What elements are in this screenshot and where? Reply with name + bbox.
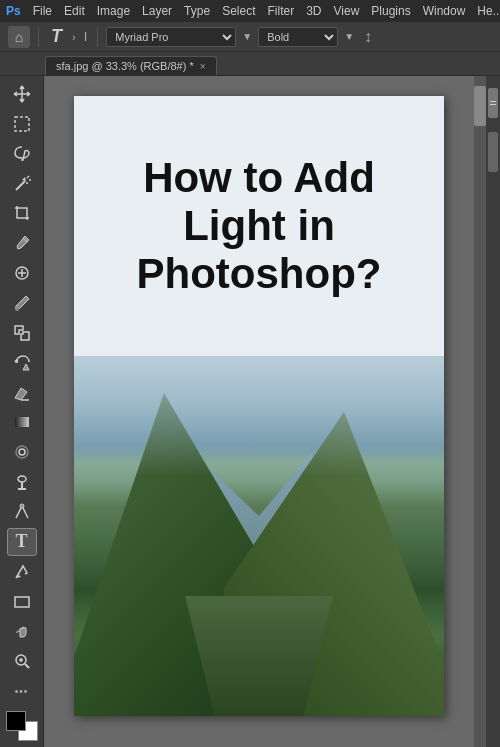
color-selector[interactable] [6,711,38,741]
font-family-select[interactable]: Myriad Pro Arial Helvetica Times New Rom… [106,27,236,47]
menu-image[interactable]: Image [97,4,130,18]
svg-rect-13 [15,417,29,427]
tab-filename: sfa.jpg @ 33.3% (RGB/8#) * [56,60,194,72]
menu-filter[interactable]: Filter [267,4,294,18]
menu-file[interactable]: File [33,4,52,18]
document-tab[interactable]: sfa.jpg @ 33.3% (RGB/8#) * × [45,56,217,75]
panel-collapse-button[interactable] [488,88,498,118]
move-tool[interactable] [7,80,37,108]
rectangular-marquee-tool[interactable] [7,110,37,138]
eyedropper-tool[interactable] [7,229,37,257]
canvas-header-area: How to Add Light in Photoshop? [74,96,444,356]
canvas-area: How to Add Light in Photoshop? [44,76,486,747]
canvas-content: How to Add Light in Photoshop? [74,96,444,716]
rectangle-tool[interactable] [7,588,37,616]
type-tool-icon: T [15,531,27,552]
svg-point-19 [20,504,24,508]
gradient-tool[interactable] [7,408,37,436]
menu-edit[interactable]: Edit [64,4,85,18]
menu-layer[interactable]: Layer [142,4,172,18]
svg-line-1 [16,181,25,190]
magic-wand-tool[interactable] [7,170,37,198]
pen-tool[interactable] [7,498,37,526]
menu-view[interactable]: View [334,4,360,18]
panel-icon-line1 [490,101,496,102]
home-button[interactable]: ⌂ [8,26,30,48]
svg-marker-2 [22,177,26,181]
canvas-title-text: How to Add Light in Photoshop? [117,144,402,309]
title-line2: Light in [183,202,335,249]
menu-3d[interactable]: 3D [306,4,321,18]
scroll-thumb[interactable] [474,86,486,126]
options-bar: ⌂ T › I Myriad Pro Arial Helvetica Times… [0,22,500,52]
svg-rect-0 [15,117,29,131]
menu-bar: Ps File Edit Image Layer Type Select Fil… [0,0,500,22]
svg-point-15 [19,449,25,455]
line-height-icon: I [84,29,88,44]
lasso-tool[interactable] [7,140,37,168]
home-icon: ⌂ [15,29,23,45]
zoom-tool[interactable] [7,647,37,675]
options-separator-2 [97,27,98,47]
clone-stamp-tool[interactable] [7,319,37,347]
title-line3: Photoshop? [137,250,382,297]
menu-window[interactable]: Window [423,4,466,18]
type-tool-box[interactable]: T [7,528,37,556]
style-chevron: ▼ [344,31,354,42]
type-chevron: › [72,31,76,43]
blur-tool[interactable] [7,438,37,466]
dodge-tool[interactable] [7,468,37,496]
right-panel [486,76,500,747]
panel-icon-1[interactable] [488,132,498,172]
svg-point-14 [16,446,28,458]
brush-tool[interactable] [7,289,37,317]
font-size-icon: ↕ [364,28,372,46]
mist-overlay [74,356,444,476]
crop-tool[interactable] [7,199,37,227]
svg-point-16 [18,476,26,482]
menu-help[interactable]: He... [477,4,500,18]
svg-line-3 [27,176,29,178]
hand-tool[interactable] [7,618,37,646]
svg-rect-21 [15,597,29,607]
more-tools-button[interactable]: ••• [7,677,37,705]
dots-icon: ••• [15,686,29,697]
title-line1: How to Add [143,154,375,201]
font-style-select[interactable]: Bold Regular Italic Bold Italic [258,27,338,47]
toolbox: T ••• [0,76,44,747]
menu-ps[interactable]: Ps [6,4,21,18]
eraser-tool[interactable] [7,379,37,407]
history-brush-tool[interactable] [7,349,37,377]
type-tool-options: T [47,24,66,49]
path-selection-tool[interactable] [7,558,37,586]
menu-plugins[interactable]: Plugins [371,4,410,18]
panel-icon-line2 [490,104,496,105]
svg-point-10 [15,307,19,311]
menu-type[interactable]: Type [184,4,210,18]
canvas[interactable]: How to Add Light in Photoshop? [74,96,444,716]
menu-select[interactable]: Select [222,4,255,18]
options-separator-1 [38,27,39,47]
foreground-color-box[interactable] [6,711,26,731]
workspace: T ••• [0,76,500,747]
font-chevron: ▼ [242,31,252,42]
svg-line-23 [25,664,29,668]
healing-brush-tool[interactable] [7,259,37,287]
tab-close-button[interactable]: × [200,61,206,72]
vertical-scrollbar[interactable] [474,76,486,747]
canvas-photo-area [74,356,444,716]
tab-bar: sfa.jpg @ 33.3% (RGB/8#) * × [0,52,500,76]
